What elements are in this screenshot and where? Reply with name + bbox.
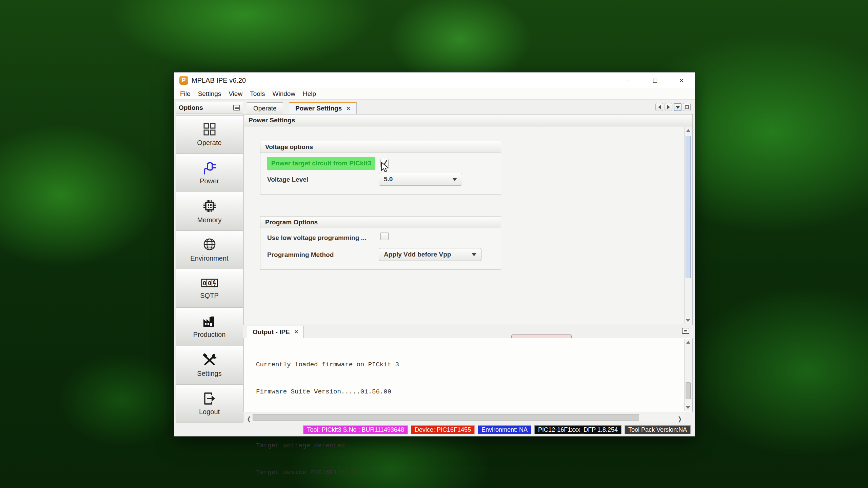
square-icon	[685, 105, 689, 109]
editor-tab-bar: Operate Power Settings ×	[243, 102, 693, 114]
menu-file[interactable]: File	[176, 90, 194, 98]
svg-text:0: 0	[208, 280, 211, 287]
tab-operate[interactable]: Operate	[247, 102, 283, 114]
scrollbar-thumb[interactable]	[686, 136, 691, 278]
program-options-group: Program Options Use low voltage programm…	[260, 216, 501, 270]
options-sidebar: Options Operate Power	[176, 102, 243, 424]
menu-view[interactable]: View	[225, 90, 246, 98]
close-button[interactable]: ×	[675, 75, 688, 86]
sidebar-item-label: SQTP	[200, 292, 218, 300]
svg-text:7: 7	[213, 283, 216, 289]
output-vertical-scrollbar[interactable]	[684, 339, 692, 411]
mplab-ipe-window: P MPLAB IPE v6.20 – □ × File Settings Vi…	[174, 72, 695, 436]
options-header: Options	[176, 102, 243, 114]
scroll-tabs-left-button[interactable]	[655, 103, 663, 111]
chevron-down-icon	[472, 253, 476, 256]
voltage-level-label: Voltage Level	[267, 176, 308, 183]
sidebar-item-label: Power	[200, 177, 219, 185]
scroll-tabs-right-button[interactable]	[665, 103, 672, 111]
svg-text:0: 0	[203, 280, 206, 287]
sidebar-item-label: Operate	[197, 139, 221, 147]
scroll-down-icon[interactable]	[686, 406, 690, 409]
status-device-badge: Device: PIC16F1455	[411, 425, 475, 434]
menu-tools[interactable]: Tools	[246, 90, 269, 98]
tab-power-settings[interactable]: Power Settings ×	[289, 102, 357, 114]
scroll-left-icon[interactable]: ❬	[246, 415, 251, 423]
sidebar-item-settings[interactable]: Settings	[176, 346, 243, 385]
lvp-checkbox[interactable]	[380, 232, 389, 240]
sidebar-item-sqtp[interactable]: 0 0 0 7 SQTP	[176, 269, 243, 308]
main-vertical-scrollbar[interactable]	[684, 127, 692, 324]
dock-window-icon[interactable]	[233, 105, 240, 110]
output-tab-label: Output - IPE	[253, 328, 290, 336]
voltage-level-value: 5.0	[384, 176, 393, 183]
status-bar: Tool: PICkit3 S.No : BUR111493648 Device…	[174, 425, 695, 435]
scrollbar-thumb[interactable]	[686, 382, 691, 399]
grid-icon	[202, 122, 217, 136]
plug-icon	[202, 160, 217, 175]
view-heading: Power Settings	[243, 114, 693, 126]
globe-icon	[202, 237, 217, 252]
power-settings-panel: Voltage options Power target circuit fro…	[243, 126, 693, 325]
sidebar-item-label: Environment	[190, 255, 228, 262]
status-tool-badge: Tool: PICkit3 S.No : BUR111493648	[303, 425, 408, 434]
chevron-down-icon	[675, 106, 680, 109]
factory-icon	[202, 314, 217, 328]
right-arrow-icon	[667, 105, 670, 109]
scroll-right-icon[interactable]: ❭	[677, 415, 682, 423]
chip-icon	[202, 199, 217, 214]
console-line: Target device PIC16F1455 found.	[256, 468, 426, 477]
menu-help[interactable]: Help	[299, 90, 320, 98]
output-console: Currently loaded firmware on PICkit 3 Fi…	[243, 338, 693, 412]
window-title: MPLAB IPE v6.20	[192, 77, 246, 84]
tools-icon	[202, 353, 217, 367]
sidebar-item-environment[interactable]: Environment	[176, 231, 243, 269]
program-options-title: Program Options	[260, 217, 501, 228]
minimize-button[interactable]: –	[621, 75, 635, 86]
programming-method-value: Apply Vdd before Vpp	[384, 251, 451, 258]
logout-icon	[202, 391, 217, 405]
programming-method-label: Programming Method	[267, 251, 334, 259]
sidebar-item-memory[interactable]: Memory	[176, 192, 243, 231]
console-line: Target voltage detected	[256, 441, 426, 450]
mouse-cursor-icon	[381, 162, 390, 172]
sidebar-item-label: Memory	[197, 216, 221, 224]
status-toolpack-badge: Tool Pack Version:NA	[625, 425, 691, 434]
left-arrow-icon	[658, 105, 661, 109]
output-horizontal-scrollbar[interactable]: ❬ ❭	[243, 413, 685, 422]
tab-power-settings-label: Power Settings	[295, 105, 342, 112]
tab-operate-label: Operate	[253, 105, 277, 112]
programming-method-dropdown[interactable]: Apply Vdd before Vpp	[379, 248, 481, 261]
output-tab-bar: Output - IPE ×	[243, 325, 693, 338]
tab-output-ipe[interactable]: Output - IPE ×	[247, 326, 304, 338]
console-line: Firmware Suite Version.....01.56.09	[256, 387, 426, 396]
mplab-logo-icon: P	[179, 76, 188, 85]
maximize-button[interactable]: □	[648, 75, 662, 86]
status-environment-badge: Environment: NA	[478, 425, 531, 434]
sidebar-item-production[interactable]: Production	[176, 308, 243, 346]
menu-bar: File Settings View Tools Window Help	[174, 88, 695, 100]
title-bar: P MPLAB IPE v6.20 – □ ×	[174, 73, 695, 88]
power-target-label: Power target circuit from PICkit3	[267, 157, 375, 170]
float-window-icon[interactable]	[682, 328, 689, 334]
scroll-up-icon[interactable]	[686, 129, 690, 132]
menu-settings[interactable]: Settings	[194, 90, 225, 98]
menu-window[interactable]: Window	[269, 90, 299, 98]
options-header-label: Options	[179, 104, 203, 111]
status-dfp-badge: PIC12-16F1xxx_DFP 1.8.254	[534, 425, 622, 434]
scrollbar-thumb[interactable]	[253, 414, 639, 421]
sidebar-item-logout[interactable]: Logout	[176, 385, 243, 423]
output-tab-close-icon[interactable]: ×	[295, 328, 298, 336]
maximize-pane-button[interactable]	[683, 103, 691, 111]
console-line: Currently loaded firmware on PICkit 3	[256, 360, 426, 369]
scroll-up-icon[interactable]	[686, 341, 690, 344]
sidebar-item-label: Logout	[199, 408, 220, 416]
sidebar-item-label: Production	[193, 331, 226, 339]
voltage-level-dropdown[interactable]: 5.0	[379, 173, 462, 186]
tab-list-dropdown-button[interactable]	[674, 103, 682, 111]
sidebar-item-power[interactable]: Power	[176, 154, 243, 192]
sidebar-item-operate[interactable]: Operate	[176, 115, 243, 154]
tab-close-icon[interactable]: ×	[347, 105, 350, 112]
voltage-options-title: Voltage options	[260, 141, 501, 153]
scroll-down-icon[interactable]	[686, 319, 690, 322]
